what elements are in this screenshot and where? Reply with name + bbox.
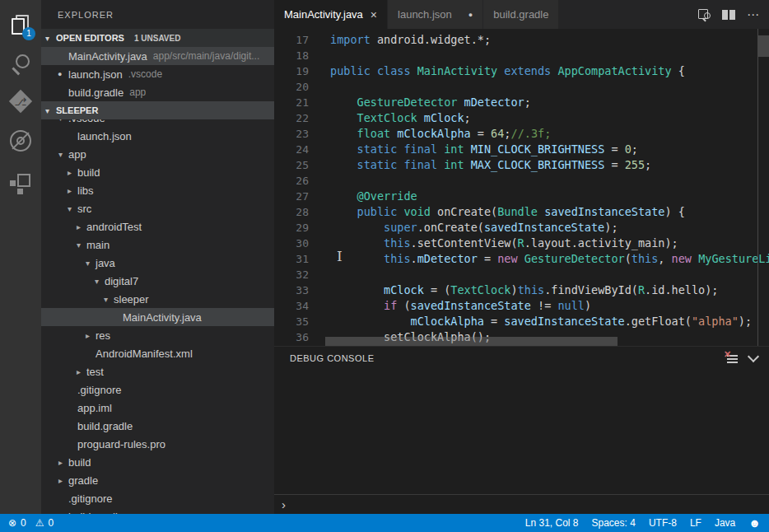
tree-item-androidmanifest-xml[interactable]: AndroidManifest.xml	[41, 344, 274, 362]
problems-status[interactable]: ⊗ 0 ⚠ 0	[0, 517, 54, 529]
tree-item-sleeper[interactable]: ▾sleeper	[41, 290, 274, 308]
code-text: float mClockAlpha = 64;//.3f;	[309, 126, 551, 142]
status-utf-8[interactable]: UTF-8	[649, 517, 677, 529]
tab-launch-json[interactable]: launch.json●	[388, 0, 483, 29]
code-line-35[interactable]: 35 mClockAlpha = savedInstanceState.getF…	[274, 314, 769, 329]
tree-item-androidtest[interactable]: ▸androidTest	[41, 217, 274, 236]
tree-item-launch-json[interactable]: launch.json	[41, 127, 274, 145]
folder-section-header[interactable]: ▾ SLEEPER	[41, 101, 274, 119]
tree-item-build-gradle[interactable]: build.gradle	[41, 417, 274, 435]
tree-item-build[interactable]: ▸build	[41, 163, 274, 181]
tree-item-proguard-rules-pro[interactable]: proguard-rules.pro	[41, 435, 274, 453]
tree-label: build	[77, 166, 100, 179]
code-line-25[interactable]: 25 static final int MAX_CLOCK_BRIGHTNESS…	[274, 157, 769, 173]
code-text: public void onCreate(Bundle savedInstanc…	[309, 204, 685, 220]
line-number: 25	[274, 157, 309, 173]
twisty-open-icon: ▾	[95, 277, 105, 286]
source-control-icon[interactable]: ⎇	[0, 84, 41, 119]
modified-dot-icon: ●	[58, 65, 62, 83]
panel-title[interactable]: DEBUG CONSOLE	[290, 353, 374, 363]
code-line-22[interactable]: 22 TextClock mClock;	[274, 110, 769, 126]
code-line-20[interactable]: 20	[274, 79, 769, 95]
tab-build-gradle[interactable]: build.gradle	[483, 0, 559, 29]
code-line-32[interactable]: 32	[274, 267, 769, 282]
code-line-19[interactable]: 19public class MainActivity extends AppC…	[274, 63, 769, 79]
tree-item-java[interactable]: ▾java	[41, 254, 274, 272]
extensions-icon[interactable]	[0, 166, 41, 201]
tree-label: launch.json	[77, 130, 132, 142]
tree-item-build[interactable]: ▸build	[41, 453, 274, 471]
code-line-17[interactable]: 17import android.widget.*;	[274, 32, 769, 48]
horizontal-scrollbar[interactable]	[325, 337, 618, 346]
status-ln-31-col-8[interactable]: Ln 31, Col 8	[525, 517, 579, 529]
line-number: 36	[274, 329, 309, 345]
code-line-29[interactable]: 29 super.onCreate(savedInstanceState);	[274, 220, 769, 236]
code-line-18[interactable]: 18	[274, 48, 769, 63]
tree-item-vscode[interactable]: ▾.vscode	[41, 119, 274, 127]
tab-bar: MainActivity.java×launch.json●build.grad…	[274, 0, 769, 29]
code-line-21[interactable]: 21 GestureDetector mDetector;	[274, 95, 769, 110]
tree-item-test[interactable]: ▸test	[41, 362, 274, 380]
line-number: 28	[274, 204, 309, 220]
no-bug-icon	[10, 130, 31, 152]
open-preview-icon[interactable]	[697, 8, 711, 21]
debug-console-output	[274, 370, 769, 494]
tree-item-gitignore[interactable]: .gitignore	[41, 489, 274, 507]
panel-actions: ✕	[725, 352, 769, 364]
chevron-down-icon: ▾	[45, 34, 56, 43]
line-number: 33	[274, 282, 309, 298]
code-line-23[interactable]: 23 float mClockAlpha = 64;//.3f;	[274, 126, 769, 142]
more-actions-icon[interactable]: ⋯	[747, 8, 759, 21]
tree-item-app-iml[interactable]: app.iml	[41, 399, 274, 417]
tree-item-build-gradle[interactable]: build.gradle	[41, 507, 274, 514]
split-editor-icon[interactable]	[722, 8, 736, 21]
tree-item-app[interactable]: ▾app	[41, 145, 274, 163]
twisty-open-icon: ▾	[58, 119, 68, 127]
tree-item-res[interactable]: ▸res	[41, 326, 274, 344]
code-line-28[interactable]: 28 public void onCreate(Bundle savedInst…	[274, 204, 769, 220]
file-tree: ▾.vscodelaunch.json▾app▸build▸libs▾src▸a…	[41, 119, 274, 514]
code-editor[interactable]: 17import android.widget.*;1819public cla…	[274, 29, 769, 346]
line-number: 17	[274, 32, 309, 48]
sidebar-title: EXPLORER	[41, 0, 274, 29]
status-java[interactable]: Java	[715, 517, 735, 529]
open-editor-mainactivity-java[interactable]: MainActivity.javaapp/src/main/java/digit…	[41, 47, 274, 65]
code-line-26[interactable]: 26	[274, 173, 769, 189]
tree-item-gradle[interactable]: ▸gradle	[41, 471, 274, 489]
code-line-31[interactable]: 31 this.mDetector = new GestureDetector(…	[274, 251, 769, 267]
code-text: mClockAlpha = savedInstanceState.getFloa…	[309, 314, 752, 329]
open-editor-launch-json[interactable]: ●launch.json.vscode	[41, 65, 274, 83]
tree-item-mainactivity-java[interactable]: MainActivity.java	[41, 308, 274, 326]
twisty-open-icon: ▾	[58, 150, 68, 159]
open-editor-build-gradle[interactable]: build.gradleapp	[41, 83, 274, 101]
code-line-33[interactable]: 33 mClock = (TextClock)this.findViewById…	[274, 282, 769, 298]
status-spaces-4[interactable]: Spaces: 4	[592, 517, 636, 529]
unsaved-badge: 1 UNSAVED	[134, 34, 181, 43]
feedback-smiley-icon[interactable]: ☻	[748, 516, 761, 530]
tree-item-libs[interactable]: ▸libs	[41, 181, 274, 199]
tree-label: app	[68, 148, 86, 161]
open-editors-header[interactable]: ▾ OPEN EDITORS 1 UNSAVED	[41, 29, 274, 47]
tree-item-gitignore[interactable]: .gitignore	[41, 380, 274, 399]
tree-item-src[interactable]: ▾src	[41, 199, 274, 217]
debug-icon[interactable]	[0, 124, 41, 158]
close-icon[interactable]: ×	[371, 8, 377, 21]
code-line-24[interactable]: 24 static final int MIN_CLOCK_BRIGHTNESS…	[274, 142, 769, 157]
activity-bar: 1 ⎇	[0, 0, 41, 514]
tree-item-digital7[interactable]: ▾digital7	[41, 272, 274, 290]
git-diamond-icon: ⎇	[10, 91, 31, 112]
vertical-scrollbar[interactable]	[758, 35, 769, 57]
code-line-34[interactable]: 34 if (savedInstanceState != null)	[274, 298, 769, 314]
code-line-30[interactable]: 30 this.setContentView(R.layout.activity…	[274, 236, 769, 251]
error-icon: ⊗	[8, 517, 16, 529]
explorer-icon[interactable]: 1	[0, 8, 41, 43]
debug-console-input[interactable]: ›	[274, 494, 769, 514]
tree-item-main[interactable]: ▾main	[41, 236, 274, 254]
collapse-panel-icon[interactable]	[748, 351, 759, 362]
search-icon[interactable]	[0, 47, 41, 82]
status-right: Ln 31, Col 8Spaces: 4UTF-8LFJava ☻	[525, 516, 769, 530]
status-lf[interactable]: LF	[690, 517, 701, 529]
code-line-27[interactable]: 27 @Override	[274, 189, 769, 204]
clear-console-icon[interactable]: ✕	[725, 352, 738, 364]
tab-mainactivity-java[interactable]: MainActivity.java×	[274, 0, 388, 29]
